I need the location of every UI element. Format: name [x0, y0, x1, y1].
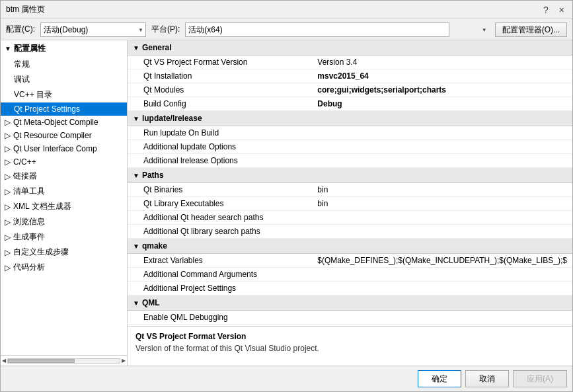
section-collapse-arrow: ▼ [5, 45, 11, 52]
sidebar-section-header[interactable]: ▼ 配置属性 [1, 40, 127, 57]
settings-table: ▼General Qt VS Project Format Version Ve… [128, 40, 572, 325]
right-panel: ▼General Qt VS Project Format Version Ve… [128, 40, 572, 326]
arrow-icon: ▷ [5, 202, 11, 212]
section-header-paths[interactable]: ▼Paths [128, 168, 572, 183]
table-row[interactable]: Additional Qt header search paths [128, 211, 572, 225]
sidebar-item-linker[interactable]: ▷链接器 [1, 169, 127, 184]
arrow-icon: ▷ [5, 263, 11, 272]
sidebar-item-qt-project-settings[interactable]: Qt Project Settings [1, 102, 127, 116]
table-row[interactable]: Additional Project Settings [128, 282, 572, 295]
sidebar-item-code-analysis[interactable]: ▷代码分析 [1, 260, 127, 275]
toolbar: 配置(C): 活动(Debug) 平台(P): 活动(x64) 配置管理器(O)… [1, 19, 572, 40]
table-row[interactable]: Build Config Debug [128, 97, 572, 111]
arrow-icon: ▷ [5, 118, 11, 127]
sidebar-item-qt-meta-object[interactable]: ▷Qt Meta-Object Compile [1, 116, 127, 129]
right-and-info: ▼General Qt VS Project Format Version Ve… [128, 40, 572, 366]
cancel-button[interactable]: 取消 [465, 370, 509, 387]
info-description: Version of the format of this Qt Visual … [135, 344, 564, 353]
bottom-buttons: 确定 取消 应用(A) [1, 366, 572, 391]
main-content: ▼ 配置属性 常规 调试 VC++ 目录 Qt Project Settings… [1, 40, 572, 366]
table-row[interactable]: Qt Modules core;gui;widgets;serialport;c… [128, 83, 572, 97]
section-header-lupdate[interactable]: ▼lupdate/lrelease [128, 111, 572, 126]
apply-button[interactable]: 应用(A) [513, 370, 567, 387]
arrow-icon: ▷ [5, 248, 11, 257]
arrow-icon: ▷ [5, 233, 11, 242]
scroll-right-arrow[interactable]: ▶ [122, 358, 126, 364]
table-row[interactable]: Qt VS Project Format Version Version 3.4 [128, 56, 572, 69]
arrow-icon: ▷ [5, 217, 11, 227]
sidebar-item-browse[interactable]: ▷浏览信息 [1, 214, 127, 229]
config-manager-button[interactable]: 配置管理器(O)... [495, 22, 567, 37]
table-row[interactable]: Extract Variables $(QMake_DEFINES_);$(QM… [128, 254, 572, 268]
arrow-icon: ▷ [5, 144, 11, 153]
sidebar-scrollbar[interactable]: ◀ ▶ [1, 355, 127, 366]
collapse-arrow-lupdate: ▼ [133, 115, 139, 122]
arrow-icon: ▷ [5, 131, 11, 140]
title-controls: ? × [541, 5, 567, 15]
platform-select-wrapper: 活动(x64) [185, 22, 489, 37]
sidebar: ▼ 配置属性 常规 调试 VC++ 目录 Qt Project Settings… [1, 40, 128, 366]
scroll-thumb[interactable] [8, 359, 75, 363]
table-row[interactable]: Additional lrelease Options [128, 154, 572, 168]
close-button[interactable]: × [556, 5, 567, 15]
scroll-left-arrow[interactable]: ◀ [2, 358, 6, 364]
info-title: Qt VS Project Format Version [135, 332, 564, 341]
platform-select[interactable]: 活动(x64) [185, 22, 449, 37]
sidebar-item-vc-dirs[interactable]: VC++ 目录 [1, 87, 127, 102]
sidebar-item-manifest[interactable]: ▷清单工具 [1, 184, 127, 199]
arrow-icon: ▷ [5, 157, 11, 167]
window-title: btm 属性页 [6, 4, 45, 15]
scroll-track[interactable] [7, 358, 120, 364]
table-row[interactable]: Qt Binaries bin [128, 183, 572, 197]
config-select-wrapper: 活动(Debug) [40, 22, 146, 37]
sidebar-item-custom-build[interactable]: ▷自定义生成步骤 [1, 245, 127, 260]
collapse-arrow-paths: ▼ [133, 172, 139, 179]
table-row[interactable]: Run lupdate On Build [128, 126, 572, 140]
table-row[interactable]: Qt Installation msvc2015_64 [128, 69, 572, 83]
table-row[interactable]: Additional Command Arguments [128, 268, 572, 282]
table-row[interactable]: Qt Library Executables bin [128, 197, 572, 211]
table-row[interactable]: Additional Qt library search paths [128, 225, 572, 239]
arrow-icon: ▷ [5, 172, 11, 181]
config-select[interactable]: 活动(Debug) [40, 22, 146, 37]
collapse-arrow-qml: ▼ [133, 299, 139, 307]
sidebar-item-xml[interactable]: ▷XML 文档生成器 [1, 199, 127, 214]
table-row[interactable]: Additional lupdate Options [128, 140, 572, 154]
main-window: btm 属性页 ? × 配置(C): 活动(Debug) 平台(P): 活动(x… [0, 0, 573, 392]
platform-label: 平台(P): [151, 24, 180, 35]
section-header-qmake[interactable]: ▼qmake [128, 239, 572, 254]
section-header-general[interactable]: ▼General [128, 40, 572, 56]
sidebar-section-title: 配置属性 [14, 43, 46, 54]
sidebar-item-qt-ui[interactable]: ▷Qt User Interface Comp [1, 142, 127, 155]
title-bar: btm 属性页 ? × [1, 1, 572, 19]
config-label: 配置(C): [6, 24, 35, 35]
collapse-arrow-general: ▼ [133, 44, 139, 52]
sidebar-item-qt-resource[interactable]: ▷Qt Resource Compiler [1, 129, 127, 142]
sidebar-item-cpp[interactable]: ▷C/C++ [1, 155, 127, 169]
sidebar-item-general[interactable]: 常规 [1, 57, 127, 72]
help-button[interactable]: ? [541, 5, 551, 15]
arrow-icon: ▷ [5, 187, 11, 196]
sidebar-item-debug[interactable]: 调试 [1, 72, 127, 87]
sidebar-item-build-events[interactable]: ▷生成事件 [1, 229, 127, 245]
collapse-arrow-qmake: ▼ [133, 243, 139, 250]
info-panel: Qt VS Project Format Version Version of … [128, 326, 572, 366]
ok-button[interactable]: 确定 [418, 370, 461, 387]
table-row[interactable]: Enable QML Debugging [128, 311, 572, 325]
section-header-qml[interactable]: ▼QML [128, 295, 572, 311]
